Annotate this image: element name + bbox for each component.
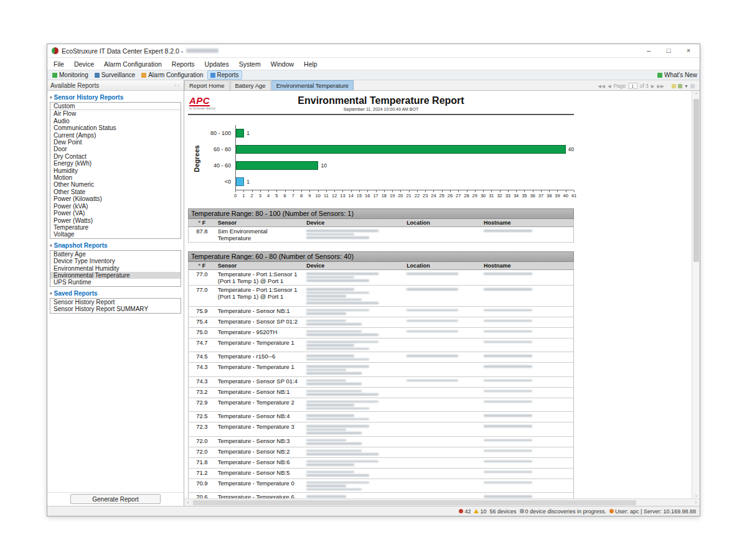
last-page-icon[interactable]: ▶▶ [657,83,665,89]
report-item-communication-status[interactable]: Communication Status [50,124,181,131]
scroll-right-icon[interactable]: › [692,499,700,506]
x-tick-label: 39 [555,193,560,198]
report-item-energy-kwh[interactable]: Energy (kWh) [50,160,181,167]
x-tick-label: 22 [415,193,420,198]
vertical-scroll-thumb[interactable] [693,99,699,262]
report-item-dew-point[interactable]: Dew Point [50,139,181,146]
report-item-other-state[interactable]: Other State [50,189,181,195]
cell-device [304,286,404,307]
cell-sensor: Temperature - Temperature 6 [215,493,304,499]
column-header-sensor: Sensor [215,262,304,270]
vertical-scrollbar[interactable]: ⌃ ⌄ [692,91,700,498]
report-item-power-kilowatts[interactable]: Power (Kilowatts) [50,195,181,202]
section-header-snapshot-reports[interactable]: ▾Snapshot Reports [49,240,182,250]
cell-location [404,227,481,243]
report-title: Environmental Temperature Report [188,95,574,106]
tab-report-home[interactable]: Report Home [184,80,230,90]
cell-content: 75.0 [191,329,213,336]
horizontal-scroll-thumb[interactable] [193,500,636,505]
cell-temperature: 72.0 [189,447,215,457]
cell-content: Sim Environmental Temperature [218,228,301,241]
perspective-reports[interactable]: Reports [207,70,242,80]
window-title-server-redacted [186,49,218,53]
report-item-power-va[interactable]: Power (VA) [50,210,181,217]
save-report-icon[interactable] [678,84,682,88]
next-page-icon[interactable]: ▶ [651,83,655,89]
cell-content [484,425,571,427]
device-redacted-line [306,302,378,304]
cell-device [304,457,404,468]
perspective-monitoring[interactable]: Monitoring [50,71,91,79]
cell-temperature: 75.4 [189,317,215,327]
cell-content [406,355,479,357]
report-item-ups-runtime[interactable]: UPS Runtime [50,279,181,286]
report-item-temperature[interactable]: Temperature [50,224,181,231]
report-item-power-watts[interactable]: Power (Watts) [50,217,181,224]
scroll-up-icon[interactable]: ⌃ [692,91,700,98]
print-report-icon[interactable] [690,84,695,88]
report-item-door[interactable]: Door [50,146,181,152]
report-item-battery-age[interactable]: Battery Age [50,251,181,258]
first-page-icon[interactable]: ◀◀ [598,83,605,89]
cell-content [484,450,571,452]
perspective-surveillance[interactable]: Surveillance [92,71,138,79]
hostname-redacted-line [484,414,532,417]
generate-report-button[interactable]: Generate Report [70,494,161,504]
report-item-sensor-history-report-summary[interactable]: Sensor History Report SUMMARY [50,306,181,312]
tab-environmental-temperature[interactable]: Environmental Temperature [271,80,354,90]
report-item-audio[interactable]: Audio [50,118,181,124]
report-item-environmental-humidity[interactable]: Environmental Humidity [50,265,181,272]
chart-bar-80-100 [236,129,244,138]
report-options-dropdown-icon[interactable]: ▼ [684,84,688,88]
available-reports-panel: Available Reports ▫▫ ▾Sensor History Rep… [47,80,184,506]
perspective-alarm-configuration[interactable]: Alarm Configuration [139,71,205,79]
report-item-sensor-history-report[interactable]: Sensor History Report [50,299,181,306]
report-item-dry-contact[interactable]: Dry Contact [50,153,181,160]
cell-content: 77.0 [191,271,213,278]
section-header-saved-reports[interactable]: ▾Saved Reports [49,288,182,298]
x-tick-mark [276,190,277,192]
scroll-left-icon[interactable]: ‹ [184,499,192,506]
close-button[interactable]: × [680,45,697,57]
report-item-environmental-temperature[interactable]: Environmental Temperature [50,272,181,279]
report-item-motion[interactable]: Motion [50,174,181,181]
report-item-power-kva[interactable]: Power (kVA) [50,203,181,210]
page-number-input[interactable]: 1 [629,83,637,89]
horizontal-scrollbar[interactable]: ‹ › [184,498,700,506]
x-tick-mark [566,190,566,192]
column-header-f: ° F [189,219,215,227]
report-item-air-flow[interactable]: Air Flow [50,110,181,117]
export-report-icon[interactable] [672,84,676,88]
menu-system[interactable]: System [239,60,261,68]
panel-header-buttons-icon[interactable]: ▫▫ [174,83,181,88]
menu-device[interactable]: Device [74,60,94,68]
tab-battery-age[interactable]: Battery Age [230,80,271,90]
minimize-button[interactable]: – [640,45,657,57]
report-item-voltage[interactable]: Voltage [50,231,181,238]
menu-reports[interactable]: Reports [172,60,195,68]
cell-content [306,414,402,420]
menu-updates[interactable]: Updates [205,60,229,68]
prev-page-icon[interactable]: ◀ [608,83,611,89]
report-item-current-amps[interactable]: Current (Amps) [50,132,181,139]
section-header-sensor-history-reports[interactable]: ▾Sensor History Reports [49,92,182,102]
report-item-humidity[interactable]: Humidity [50,167,181,174]
cell-content [306,450,402,455]
whats-new-link[interactable]: What's New [657,72,697,78]
menu-file[interactable]: File [54,60,64,68]
column-header-device: Device [304,262,404,270]
report-item-custom[interactable]: Custom [50,103,181,110]
report-item-device-type-inventory[interactable]: Device Type Inventory [50,258,181,264]
cell-sensor: Temperature - Sensor NB:5 [215,468,304,478]
report-item-other-numeric[interactable]: Other Numeric [50,181,181,188]
device-redacted-line [306,383,362,385]
menu-window[interactable]: Window [271,60,294,68]
menu-help[interactable]: Help [304,60,317,68]
chart-bar-value: 10 [321,162,326,169]
scroll-down-icon[interactable]: ⌄ [692,492,700,498]
menu-alarm-configuration[interactable]: Alarm Configuration [104,60,162,68]
chart-bar-0 [236,177,244,186]
x-tick-mark [533,190,533,192]
maximize-button[interactable]: □ [660,45,677,57]
cell-content: Temperature - Sensor NB:3 [218,438,301,445]
